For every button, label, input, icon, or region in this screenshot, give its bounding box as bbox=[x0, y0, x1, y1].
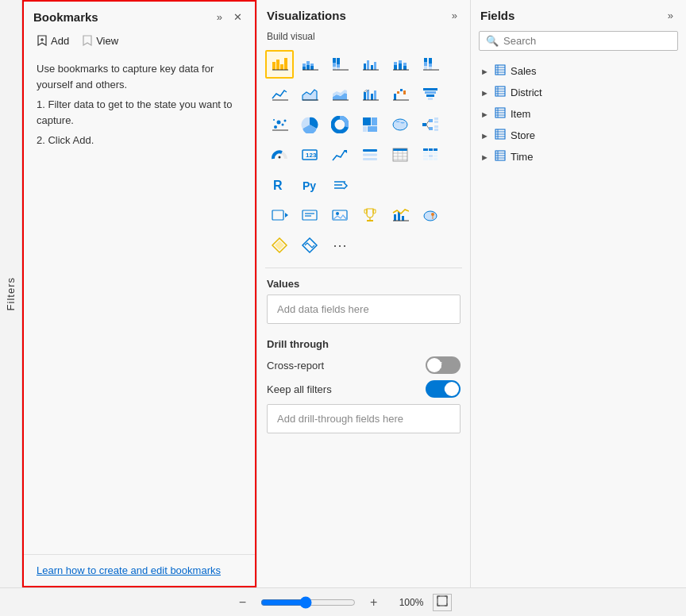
viz-more-options[interactable]: ⋯ bbox=[326, 231, 354, 260]
viz-stacked-column[interactable] bbox=[386, 50, 414, 79]
viz-ribbon[interactable] bbox=[356, 80, 384, 109]
svg-rect-91 bbox=[363, 158, 377, 160]
viz-100-column[interactable] bbox=[416, 50, 445, 79]
svg-rect-78 bbox=[429, 127, 433, 130]
viz-image[interactable] bbox=[326, 201, 354, 229]
bookmarks-step1: 1. Filter data to get to the state you w… bbox=[37, 97, 242, 128]
bottom-bar: − + 100% bbox=[0, 587, 686, 616]
viz-100-bar[interactable] bbox=[326, 50, 354, 79]
view-bookmark-icon bbox=[82, 34, 93, 47]
zoom-percent: 100% bbox=[391, 597, 423, 608]
bookmarks-add-button[interactable]: Add bbox=[33, 33, 72, 48]
viz-diamond1[interactable] bbox=[265, 231, 294, 260]
viz-pie[interactable] bbox=[295, 110, 324, 139]
viz-video[interactable] bbox=[265, 201, 294, 229]
drill-drop-zone[interactable]: Add drill-through fields here bbox=[267, 404, 461, 433]
visualizations-panel: Visualizations » Build visual bbox=[256, 0, 471, 587]
field-name-time: Time bbox=[511, 151, 533, 163]
cross-report-toggle-container: Off bbox=[426, 356, 461, 374]
viz-map-pin[interactable] bbox=[416, 201, 445, 229]
svg-rect-74 bbox=[368, 126, 377, 132]
bookmarks-expand-icon[interactable]: » bbox=[214, 10, 225, 25]
cross-report-toggle[interactable]: Off bbox=[426, 356, 461, 374]
viz-bar-with-line[interactable] bbox=[386, 201, 414, 229]
cross-report-row: Cross-report Off bbox=[267, 356, 461, 374]
field-item-item[interactable]: ► Item bbox=[471, 103, 686, 125]
viz-clustered-bar[interactable] bbox=[265, 50, 294, 79]
zoom-plus-button[interactable]: + bbox=[365, 594, 382, 611]
viz-donut[interactable] bbox=[326, 110, 354, 139]
bookmarks-learn-link[interactable]: Learn how to create and edit bookmarks bbox=[37, 564, 221, 576]
bookmarks-close-icon[interactable]: ✕ bbox=[230, 10, 245, 25]
viz-stacked-bar[interactable] bbox=[295, 50, 324, 79]
svg-point-85 bbox=[279, 156, 281, 159]
viz-row-4: R Py bbox=[265, 171, 462, 199]
drill-through-section: Drill through Cross-report Off Keep all … bbox=[257, 332, 470, 437]
values-section: Values Add data fields here bbox=[257, 271, 470, 332]
values-drop-zone[interactable]: Add data fields here bbox=[267, 295, 461, 324]
svg-rect-108 bbox=[423, 158, 428, 160]
zoom-slider[interactable] bbox=[260, 596, 356, 609]
viz-text-box[interactable] bbox=[295, 201, 324, 229]
viz-decomp-tree[interactable] bbox=[416, 110, 445, 139]
viz-card[interactable]: 123 bbox=[295, 141, 324, 169]
viz-treemap[interactable] bbox=[356, 110, 384, 139]
viz-r-visual[interactable]: R bbox=[265, 171, 294, 199]
viz-waterfall[interactable] bbox=[386, 80, 414, 109]
viz-map-filled[interactable] bbox=[386, 110, 414, 139]
viz-icons-grid: 123 R bbox=[257, 47, 470, 264]
visualizations-expand-icon[interactable]: » bbox=[449, 8, 461, 23]
svg-rect-102 bbox=[423, 152, 428, 154]
viz-matrix[interactable] bbox=[416, 141, 445, 169]
svg-rect-8 bbox=[303, 64, 306, 67]
bookmarks-view-button[interactable]: View bbox=[79, 33, 121, 48]
fit-page-button[interactable] bbox=[433, 594, 452, 611]
view-label: View bbox=[96, 35, 118, 47]
field-item-store[interactable]: ► Store bbox=[471, 125, 686, 146]
svg-rect-125 bbox=[394, 214, 396, 221]
keep-filters-toggle[interactable]: On bbox=[426, 380, 461, 398]
viz-python-visual[interactable]: Py bbox=[295, 171, 324, 199]
viz-smart-narrative[interactable] bbox=[326, 171, 354, 199]
svg-rect-81 bbox=[434, 125, 438, 128]
bookmarks-header: Bookmarks » ✕ bbox=[24, 2, 255, 29]
viz-line[interactable] bbox=[265, 80, 294, 109]
viz-gauge[interactable] bbox=[265, 141, 294, 169]
keep-filters-toggle-container: On bbox=[426, 380, 461, 398]
bookmarks-steps: 1. Filter data to get to the state you w… bbox=[37, 97, 242, 148]
svg-rect-35 bbox=[424, 66, 427, 70]
viz-kpi[interactable] bbox=[326, 141, 354, 169]
viz-funnel[interactable] bbox=[416, 80, 445, 109]
viz-stacked-area[interactable] bbox=[326, 80, 354, 109]
svg-rect-28 bbox=[399, 64, 402, 70]
viz-trophy[interactable] bbox=[356, 201, 384, 229]
filters-tab[interactable]: Filters bbox=[0, 0, 22, 587]
viz-table[interactable] bbox=[386, 141, 414, 169]
svg-rect-61 bbox=[428, 98, 433, 100]
search-input[interactable] bbox=[503, 35, 671, 47]
svg-rect-14 bbox=[333, 58, 336, 63]
viz-divider bbox=[265, 268, 462, 268]
bookmarks-toolbar: Add View bbox=[24, 29, 255, 55]
viz-slicer[interactable] bbox=[356, 141, 384, 169]
viz-clustered-column[interactable] bbox=[356, 50, 384, 79]
field-item-sales[interactable]: ► Sales bbox=[471, 60, 686, 82]
drill-through-label: Drill through bbox=[267, 338, 461, 350]
svg-rect-11 bbox=[310, 66, 314, 70]
svg-rect-22 bbox=[367, 60, 369, 70]
svg-rect-37 bbox=[429, 64, 432, 67]
viz-area[interactable] bbox=[295, 80, 324, 109]
svg-rect-5 bbox=[284, 58, 287, 70]
fields-expand-icon[interactable]: » bbox=[665, 8, 676, 23]
field-item-district[interactable]: ► District bbox=[471, 82, 686, 103]
zoom-minus-button[interactable]: − bbox=[234, 594, 251, 611]
bookmarks-footer: Learn how to create and edit bookmarks bbox=[24, 554, 255, 586]
values-label: Values bbox=[267, 278, 461, 290]
visualizations-title: Visualizations bbox=[267, 9, 449, 22]
svg-rect-18 bbox=[337, 64, 340, 67]
viz-diamond2[interactable] bbox=[295, 231, 324, 260]
field-item-time[interactable]: ► Time bbox=[471, 146, 686, 167]
viz-scatter[interactable] bbox=[265, 110, 294, 139]
svg-rect-59 bbox=[425, 91, 436, 94]
svg-rect-24 bbox=[374, 62, 376, 70]
